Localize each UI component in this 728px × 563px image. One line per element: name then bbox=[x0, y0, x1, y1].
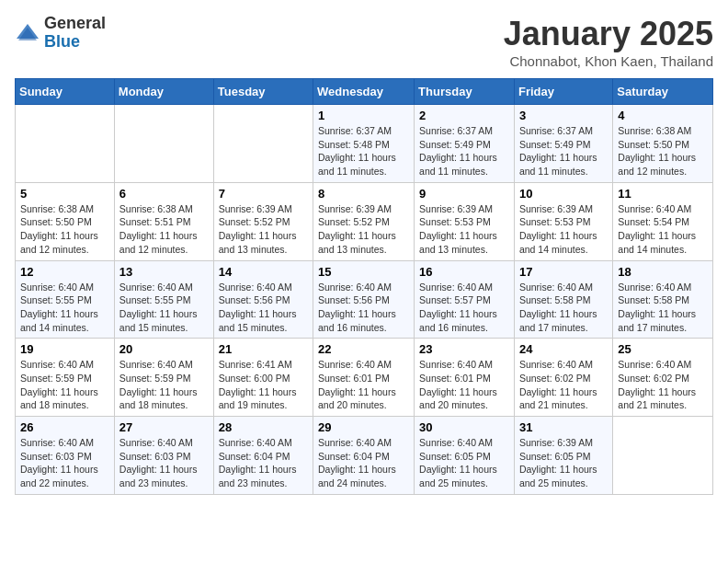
calendar-cell: 29Sunrise: 6:40 AMSunset: 6:04 PMDayligh… bbox=[313, 417, 415, 495]
day-number: 15 bbox=[318, 265, 409, 279]
day-info: Sunrise: 6:39 AMSunset: 5:52 PMDaylight:… bbox=[219, 202, 308, 257]
day-info: Sunrise: 6:40 AMSunset: 6:03 PMDaylight:… bbox=[119, 436, 209, 490]
day-info: Sunrise: 6:40 AMSunset: 6:04 PMDaylight:… bbox=[318, 436, 409, 490]
page-header: General Blue January 2025 Chonnabot, Kho… bbox=[15, 15, 713, 69]
calendar-cell: 13Sunrise: 6:40 AMSunset: 5:55 PMDayligh… bbox=[114, 260, 213, 339]
calendar-cell: 31Sunrise: 6:39 AMSunset: 6:05 PMDayligh… bbox=[514, 417, 612, 495]
calendar-cell: 15Sunrise: 6:40 AMSunset: 5:56 PMDayligh… bbox=[313, 260, 415, 339]
calendar-cell: 11Sunrise: 6:40 AMSunset: 5:54 PMDayligh… bbox=[613, 182, 713, 260]
calendar-cell: 6Sunrise: 6:38 AMSunset: 5:51 PMDaylight… bbox=[114, 182, 213, 260]
calendar-cell: 9Sunrise: 6:39 AMSunset: 5:53 PMDaylight… bbox=[415, 182, 515, 260]
calendar-cell: 24Sunrise: 6:40 AMSunset: 6:02 PMDayligh… bbox=[514, 339, 612, 417]
day-info: Sunrise: 6:40 AMSunset: 5:58 PMDaylight:… bbox=[618, 281, 708, 335]
weekday-header-friday: Friday bbox=[514, 79, 612, 105]
calendar-cell: 8Sunrise: 6:39 AMSunset: 5:52 PMDaylight… bbox=[313, 182, 415, 260]
calendar-cell: 17Sunrise: 6:40 AMSunset: 5:58 PMDayligh… bbox=[514, 260, 612, 339]
calendar-week-3: 12Sunrise: 6:40 AMSunset: 5:55 PMDayligh… bbox=[16, 260, 713, 339]
day-info: Sunrise: 6:39 AMSunset: 5:53 PMDaylight:… bbox=[519, 202, 608, 257]
day-number: 28 bbox=[219, 420, 308, 434]
calendar-week-1: 1Sunrise: 6:37 AMSunset: 5:48 PMDaylight… bbox=[16, 105, 713, 183]
calendar-cell: 14Sunrise: 6:40 AMSunset: 5:56 PMDayligh… bbox=[213, 260, 313, 339]
calendar-cell bbox=[114, 105, 213, 183]
day-number: 11 bbox=[618, 187, 708, 201]
day-info: Sunrise: 6:39 AMSunset: 5:53 PMDaylight:… bbox=[419, 202, 509, 257]
day-info: Sunrise: 6:40 AMSunset: 6:01 PMDaylight:… bbox=[419, 358, 509, 412]
calendar-cell: 28Sunrise: 6:40 AMSunset: 6:04 PMDayligh… bbox=[213, 417, 313, 495]
day-number: 25 bbox=[618, 342, 708, 356]
logo-text: General Blue bbox=[44, 15, 106, 52]
day-info: Sunrise: 6:40 AMSunset: 5:56 PMDaylight:… bbox=[219, 281, 308, 335]
calendar-cell: 10Sunrise: 6:39 AMSunset: 5:53 PMDayligh… bbox=[514, 182, 612, 260]
calendar-cell: 22Sunrise: 6:40 AMSunset: 6:01 PMDayligh… bbox=[313, 339, 415, 417]
location-title: Chonnabot, Khon Kaen, Thailand bbox=[504, 53, 713, 69]
day-info: Sunrise: 6:40 AMSunset: 5:57 PMDaylight:… bbox=[419, 281, 509, 335]
day-info: Sunrise: 6:39 AMSunset: 5:52 PMDaylight:… bbox=[318, 202, 409, 257]
day-info: Sunrise: 6:37 AMSunset: 5:49 PMDaylight:… bbox=[419, 124, 509, 178]
day-number: 1 bbox=[318, 109, 409, 122]
day-number: 18 bbox=[618, 265, 708, 279]
day-number: 4 bbox=[618, 109, 708, 122]
day-info: Sunrise: 6:40 AMSunset: 6:04 PMDaylight:… bbox=[219, 436, 308, 490]
day-number: 12 bbox=[20, 265, 109, 279]
day-number: 22 bbox=[318, 342, 409, 356]
month-title: January 2025 bbox=[504, 15, 713, 53]
day-info: Sunrise: 6:40 AMSunset: 5:54 PMDaylight:… bbox=[618, 202, 708, 257]
calendar-cell: 25Sunrise: 6:40 AMSunset: 6:02 PMDayligh… bbox=[613, 339, 713, 417]
calendar-cell bbox=[16, 105, 115, 183]
logo-icon bbox=[15, 20, 40, 46]
day-number: 9 bbox=[419, 187, 509, 201]
day-number: 19 bbox=[20, 342, 109, 356]
day-number: 29 bbox=[318, 420, 409, 434]
title-block: January 2025 Chonnabot, Khon Kaen, Thail… bbox=[504, 15, 713, 69]
day-number: 10 bbox=[519, 187, 608, 201]
weekday-header-row: SundayMondayTuesdayWednesdayThursdayFrid… bbox=[16, 79, 713, 105]
day-number: 20 bbox=[119, 342, 209, 356]
calendar-week-4: 19Sunrise: 6:40 AMSunset: 5:59 PMDayligh… bbox=[16, 339, 713, 417]
day-info: Sunrise: 6:41 AMSunset: 6:00 PMDaylight:… bbox=[219, 358, 308, 412]
calendar-cell: 21Sunrise: 6:41 AMSunset: 6:00 PMDayligh… bbox=[213, 339, 313, 417]
day-number: 13 bbox=[119, 265, 209, 279]
calendar-cell bbox=[213, 105, 313, 183]
day-number: 2 bbox=[419, 109, 509, 122]
day-number: 17 bbox=[519, 265, 608, 279]
day-number: 24 bbox=[519, 342, 608, 356]
day-number: 27 bbox=[119, 420, 209, 434]
calendar-cell: 1Sunrise: 6:37 AMSunset: 5:48 PMDaylight… bbox=[313, 105, 415, 183]
calendar-cell bbox=[613, 417, 713, 495]
day-info: Sunrise: 6:40 AMSunset: 6:05 PMDaylight:… bbox=[419, 436, 509, 490]
day-number: 5 bbox=[20, 187, 109, 201]
calendar-cell: 27Sunrise: 6:40 AMSunset: 6:03 PMDayligh… bbox=[114, 417, 213, 495]
calendar-week-2: 5Sunrise: 6:38 AMSunset: 5:50 PMDaylight… bbox=[16, 182, 713, 260]
calendar-cell: 20Sunrise: 6:40 AMSunset: 5:59 PMDayligh… bbox=[114, 339, 213, 417]
weekday-header-sunday: Sunday bbox=[16, 79, 115, 105]
day-number: 30 bbox=[419, 420, 509, 434]
calendar-cell: 4Sunrise: 6:38 AMSunset: 5:50 PMDaylight… bbox=[613, 105, 713, 183]
calendar-week-5: 26Sunrise: 6:40 AMSunset: 6:03 PMDayligh… bbox=[16, 417, 713, 495]
day-info: Sunrise: 6:40 AMSunset: 5:58 PMDaylight:… bbox=[519, 281, 608, 335]
logo: General Blue bbox=[15, 15, 106, 52]
day-number: 21 bbox=[219, 342, 308, 356]
calendar-cell: 2Sunrise: 6:37 AMSunset: 5:49 PMDaylight… bbox=[415, 105, 515, 183]
day-info: Sunrise: 6:37 AMSunset: 5:49 PMDaylight:… bbox=[519, 124, 608, 178]
calendar-cell: 19Sunrise: 6:40 AMSunset: 5:59 PMDayligh… bbox=[16, 339, 115, 417]
weekday-header-monday: Monday bbox=[114, 79, 213, 105]
day-info: Sunrise: 6:38 AMSunset: 5:50 PMDaylight:… bbox=[618, 124, 708, 178]
day-info: Sunrise: 6:38 AMSunset: 5:51 PMDaylight:… bbox=[119, 202, 209, 257]
calendar-cell: 30Sunrise: 6:40 AMSunset: 6:05 PMDayligh… bbox=[415, 417, 515, 495]
weekday-header-thursday: Thursday bbox=[415, 79, 515, 105]
weekday-header-tuesday: Tuesday bbox=[213, 79, 313, 105]
day-info: Sunrise: 6:39 AMSunset: 6:05 PMDaylight:… bbox=[519, 436, 608, 490]
day-info: Sunrise: 6:40 AMSunset: 5:56 PMDaylight:… bbox=[318, 281, 409, 335]
day-info: Sunrise: 6:40 AMSunset: 5:59 PMDaylight:… bbox=[119, 358, 209, 412]
day-number: 26 bbox=[20, 420, 109, 434]
calendar-table: SundayMondayTuesdayWednesdayThursdayFrid… bbox=[15, 78, 713, 495]
day-number: 31 bbox=[519, 420, 608, 434]
calendar-cell: 23Sunrise: 6:40 AMSunset: 6:01 PMDayligh… bbox=[415, 339, 515, 417]
day-number: 7 bbox=[219, 187, 308, 201]
day-info: Sunrise: 6:40 AMSunset: 5:59 PMDaylight:… bbox=[20, 358, 109, 412]
day-info: Sunrise: 6:40 AMSunset: 6:02 PMDaylight:… bbox=[519, 358, 608, 412]
weekday-header-saturday: Saturday bbox=[613, 79, 713, 105]
calendar-cell: 16Sunrise: 6:40 AMSunset: 5:57 PMDayligh… bbox=[415, 260, 515, 339]
day-number: 8 bbox=[318, 187, 409, 201]
day-info: Sunrise: 6:40 AMSunset: 5:55 PMDaylight:… bbox=[20, 281, 109, 335]
